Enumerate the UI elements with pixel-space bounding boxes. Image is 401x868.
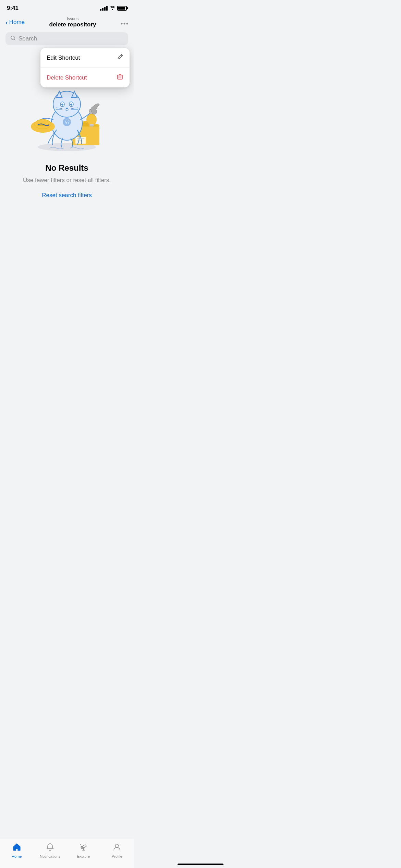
battery-icon [117, 6, 127, 11]
svg-point-1 [124, 23, 125, 25]
dropdown-menu: Edit Shortcut Delete Shortcut [40, 48, 130, 87]
signal-icon [100, 6, 108, 11]
status-icons [100, 5, 127, 11]
edit-shortcut-item[interactable]: Edit Shortcut [40, 48, 130, 68]
status-time: 9:41 [7, 5, 19, 12]
nav-center: Issues delete repository [27, 16, 118, 28]
search-placeholder: Search [19, 35, 37, 42]
back-button[interactable]: ‹ Home [5, 19, 25, 26]
search-icon [10, 35, 16, 42]
delete-shortcut-label: Delete Shortcut [47, 74, 87, 81]
more-button[interactable] [121, 18, 128, 27]
nav-title: delete repository [27, 21, 118, 28]
pencil-icon [117, 53, 123, 62]
nav-bar: ‹ Home Issues delete repository [0, 14, 134, 32]
dropdown-overlay[interactable]: Edit Shortcut Delete Shortcut [0, 48, 134, 289]
chevron-left-icon: ‹ [5, 19, 8, 26]
back-label: Home [9, 19, 25, 26]
wifi-icon [110, 5, 115, 11]
edit-shortcut-label: Edit Shortcut [47, 55, 80, 61]
status-bar: 9:41 [0, 0, 134, 14]
svg-line-4 [14, 39, 15, 40]
trash-icon [117, 73, 123, 82]
svg-point-0 [121, 23, 123, 25]
nav-subtitle: Issues [27, 16, 118, 21]
svg-point-2 [126, 23, 128, 25]
search-bar-container: Search [0, 32, 134, 49]
delete-shortcut-item[interactable]: Delete Shortcut [40, 68, 130, 87]
search-bar[interactable]: Search [5, 32, 128, 45]
